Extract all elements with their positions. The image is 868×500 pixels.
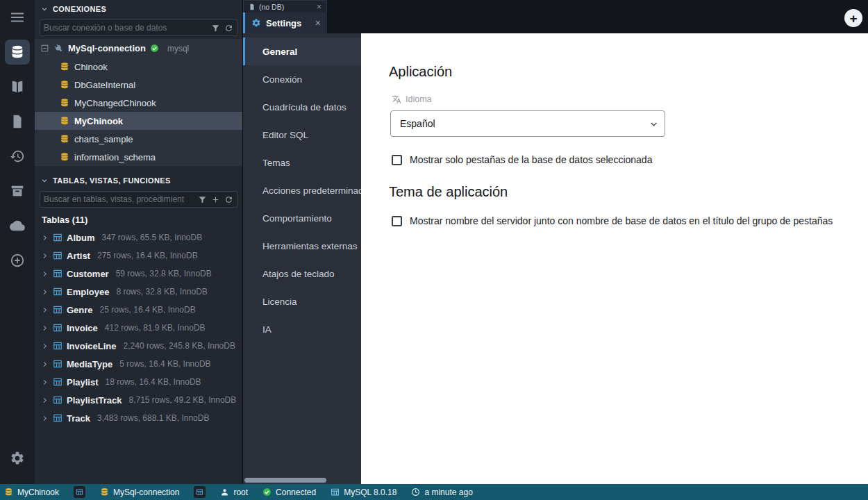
database-icon [60, 98, 69, 108]
chevron-right-icon[interactable] [41, 252, 49, 260]
settings-menu-general[interactable]: General [243, 38, 361, 65]
statusbar-connection-quick-button[interactable] [194, 486, 206, 498]
table-row-mediatype[interactable]: MediaType 5 rows, 16.4 KB, InnoDB [35, 355, 242, 373]
table-row-customer[interactable]: Customer 59 rows, 32.8 KB, InnoDB [35, 265, 242, 283]
chevron-right-icon[interactable] [41, 324, 49, 332]
table-row-employee[interactable]: Employee 8 rows, 32.8 KB, InnoDB [35, 283, 242, 301]
language-select[interactable]: Español [390, 110, 665, 137]
table-meta: 3,483 rows, 688.1 KB, InnoDB [97, 413, 209, 423]
database-name: MyChangedChinook [74, 98, 156, 108]
tables-group-row[interactable]: Tablas (11) [35, 210, 242, 228]
collapse-icon[interactable] [40, 44, 49, 53]
chevron-right-icon[interactable] [41, 306, 49, 314]
settings-menu-keyboard-shortcuts[interactable]: Atajos de teclado [243, 260, 361, 288]
table-row-playlisttrack[interactable]: PlaylistTrack 8,715 rows, 49.2 KB, InnoD… [35, 391, 242, 409]
section-title-application: Aplicación [389, 64, 868, 80]
sidebar-database-mychinook[interactable]: MyChinook [35, 112, 242, 130]
checkbox-row-server-name[interactable]: Mostrar nombre del servidor junto con no… [392, 215, 868, 226]
databases-nav-icon[interactable] [0, 35, 35, 69]
tab-group-no-db[interactable]: (no DB) × [243, 0, 327, 12]
app-window: CONEXIONES MySql-connection mysql Chinoo… [0, 0, 868, 500]
chevron-right-icon[interactable] [41, 360, 49, 368]
statusbar-database[interactable]: MyChinook [4, 488, 59, 497]
table-meta: 8 rows, 32.8 KB, InnoDB [116, 287, 207, 297]
horizontal-scrollbar[interactable] [244, 478, 326, 483]
table-row-artist[interactable]: Artist 275 rows, 16.4 KB, InnoDB [35, 247, 242, 265]
statusbar-database-quick-button[interactable] [74, 486, 85, 498]
gear-icon [251, 18, 261, 28]
archive-icon[interactable] [0, 174, 35, 208]
chevron-right-icon[interactable] [41, 270, 49, 278]
filter-icon[interactable] [198, 195, 207, 204]
connections-section-header[interactable]: CONEXIONES [35, 0, 242, 18]
settings-menu-behaviour[interactable]: Comportamiento [243, 204, 361, 232]
settings-menu-sql-editor[interactable]: Editor SQL [243, 121, 361, 149]
table-meta: 8,715 rows, 49.2 KB, InnoDB [129, 395, 237, 405]
settings-menu-default-actions[interactable]: Acciones predeterminadas [243, 176, 361, 204]
checkbox-db-tabs[interactable] [392, 155, 402, 165]
refresh-icon[interactable] [224, 24, 233, 33]
chevron-right-icon[interactable] [41, 397, 49, 404]
table-icon [53, 305, 62, 315]
settings-menu-connection[interactable]: Conexión [243, 65, 361, 93]
add-icon[interactable] [211, 195, 220, 204]
table-row-track[interactable]: Track 3,483 rows, 688.1 KB, InnoDB [35, 409, 242, 427]
settings-menu-ai[interactable]: IA [243, 315, 361, 343]
table-icon [53, 323, 62, 333]
statusbar-connection[interactable]: MySql-connection [100, 488, 179, 497]
statusbar-last-used: a minute ago [411, 488, 472, 497]
file-icon[interactable] [0, 104, 35, 139]
new-tab-button[interactable]: + [844, 9, 862, 27]
add-connection-icon[interactable] [0, 243, 35, 278]
sidebar-database-mychangedchinook[interactable]: MyChangedChinook [35, 94, 242, 112]
menu-icon[interactable] [0, 0, 35, 35]
table-row-album[interactable]: Album 347 rows, 65.5 KB, InnoDB [35, 228, 242, 247]
settings-menu-datagrid[interactable]: Cuadrícula de datos [243, 93, 361, 121]
book-icon[interactable] [0, 69, 35, 104]
chevron-right-icon[interactable] [41, 288, 49, 296]
tab-settings[interactable]: Settings × [243, 12, 327, 33]
connection-row[interactable]: MySql-connection mysql [35, 39, 242, 58]
settings-menu: General Conexión Cuadrícula de datos Edi… [243, 33, 361, 484]
filter-icon[interactable] [211, 24, 220, 33]
close-icon[interactable]: × [317, 3, 322, 11]
sidebar: CONEXIONES MySql-connection mysql Chinoo… [35, 0, 243, 484]
tables-group-label: Tablas (11) [42, 215, 87, 225]
table-row-playlist[interactable]: Playlist 18 rows, 16.4 KB, InnoDB [35, 373, 242, 391]
sidebar-database-charts-sample[interactable]: charts_sample [35, 130, 242, 148]
table-row-invoice[interactable]: Invoice 412 rows, 81.9 KB, InnoDB [35, 319, 242, 337]
table-row-invoiceline[interactable]: InvoiceLine 2,240 rows, 245.8 KB, InnoDB [35, 337, 242, 355]
settings-gear-icon[interactable] [0, 441, 35, 476]
tables-section-header[interactable]: TABLAS, VISTAS, FUNCIONES [35, 172, 242, 190]
table-icon [331, 488, 340, 497]
database-icon [60, 62, 69, 72]
history-icon[interactable] [0, 139, 35, 174]
cloud-icon[interactable] [0, 208, 35, 243]
sidebar-database-information-schema[interactable]: information_schema [35, 148, 242, 166]
connection-search-input[interactable] [44, 23, 207, 33]
sidebar-database-dbgateinternal[interactable]: DbGateInternal [35, 76, 242, 94]
clock-icon [411, 488, 420, 497]
chevron-down-icon [41, 6, 48, 12]
settings-menu-themes[interactable]: Temas [243, 149, 361, 176]
connections-header-label: CONEXIONES [53, 5, 106, 13]
close-icon[interactable]: × [315, 18, 321, 28]
settings-menu-external-tools[interactable]: Herramientas externas [243, 232, 361, 260]
checkbox-server-name-label: Mostrar nombre del servidor junto con no… [410, 215, 833, 226]
refresh-icon[interactable] [224, 195, 233, 204]
table-meta: 59 rows, 32.8 KB, InnoDB [116, 269, 212, 278]
table-row-genre[interactable]: Genre 25 rows, 16.4 KB, InnoDB [35, 301, 242, 319]
chevron-right-icon[interactable] [41, 342, 49, 350]
settings-menu-license[interactable]: Licencia [243, 288, 361, 315]
chevron-right-icon[interactable] [41, 415, 49, 422]
chevron-right-icon[interactable] [41, 378, 49, 386]
checkbox-server-name[interactable] [392, 216, 402, 226]
database-name: information_schema [74, 152, 156, 162]
checkbox-row-db-tabs[interactable]: Mostrar solo pestañas de la base de dato… [392, 154, 868, 165]
chevron-right-icon[interactable] [41, 234, 49, 242]
tables-search-input[interactable] [44, 194, 194, 204]
sidebar-database-chinook[interactable]: Chinook [35, 58, 242, 76]
table-meta: 275 rows, 16.4 KB, InnoDB [97, 251, 198, 260]
table-icon [53, 269, 62, 278]
database-name: Chinook [74, 62, 108, 72]
